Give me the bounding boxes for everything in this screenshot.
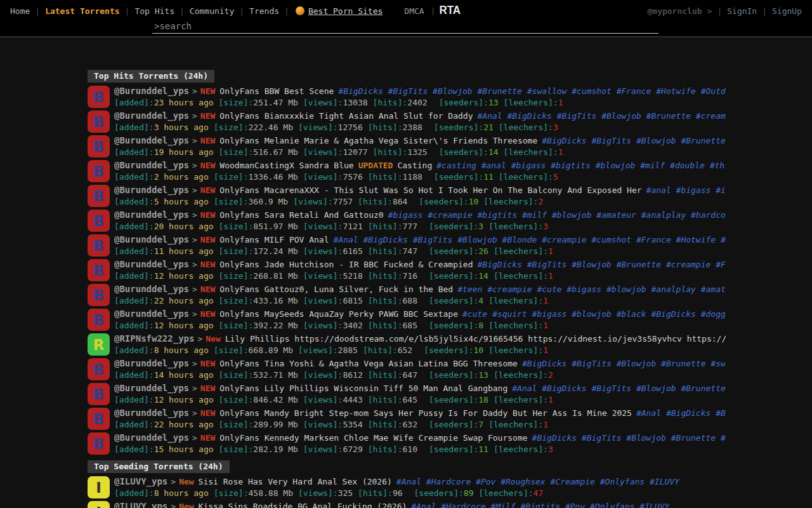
uploader-avatar[interactable]: B [88,185,110,207]
uploader-username[interactable]: @Burunddel_yps [114,259,189,269]
uploader-username[interactable]: @Burunddel_yps [114,432,189,443]
uploader-avatar[interactable]: B [88,408,110,430]
uploader-username[interactable]: @ILUVY_yps [114,501,167,508]
uploader-avatar[interactable]: I [88,476,110,498]
uploader-username[interactable]: @Burunddel_yps [114,210,189,220]
torrent-title[interactable]: Kissa Sins Roadside BG Anal Fucking (202… [199,502,407,508]
size-label: [size]: [219,444,254,454]
hits-value: 747 [403,246,417,256]
uploader-avatar[interactable]: B [88,259,110,281]
nav-item-latest-torrents[interactable]: Latest Torrents [40,6,124,16]
added-value: 12 hours ago [154,395,214,404]
uploader-avatar[interactable]: B [88,160,110,182]
torrent-tags[interactable]: #BigDicks #BigTits #Blowjob #Brunette #s… [542,136,726,145]
uploader-username[interactable]: @Burunddel_yps [114,135,189,145]
views-value: 7576 [343,172,362,182]
uploader-avatar[interactable]: B [88,284,110,306]
torrent-tags[interactable]: #Anal #BigDicks #BigTits #Blowjob #Blond… [334,235,726,244]
avatar-letter: B [93,138,105,155]
torrent-title[interactable]: OnlyFans BBW Best Scene [219,86,334,96]
uploader-username[interactable]: @Burunddel_yps [114,185,189,195]
uploader-avatar[interactable]: B [88,86,110,108]
nav-item-trends[interactable]: Trends [244,6,284,16]
uploader-avatar[interactable]: I [88,501,110,508]
torrent-title[interactable]: OnlyFans Kennedy Marksen Chloe Mae Wife … [219,433,527,443]
seeders-value: 89 [464,488,474,498]
uploader-username[interactable]: @Burunddel_yps [114,110,189,121]
size-label: [size]: [219,420,254,429]
nav-item-home[interactable]: Home [5,6,35,16]
torrent-title[interactable]: OnlyFans Melanie Marie & Agatha Vega Sis… [219,136,537,145]
torrent-title[interactable]: Onlyfans MILF POV Anal [219,235,329,244]
torrent-tags[interactable]: #anal #bigass #interrac… [646,185,726,195]
uploader-username[interactable]: @Burunddel_yps [114,86,189,96]
uploader-username[interactable]: @Burunddel_yps [114,234,189,244]
uploader-username[interactable]: @Burunddel_yps [114,358,189,368]
torrent-row: B @Burunddel_yps>NEWOnlyFans Gattouz0, L… [88,283,726,308]
torrent-title[interactable]: Sisi Rose Has Very Hard Anal Sex (2026) [199,477,392,486]
uploader-username[interactable]: @Burunddel_yps [114,383,189,393]
uploader-avatar[interactable]: B [88,358,110,380]
signin-link[interactable]: SignIn [722,6,762,16]
new-badge: NEW [200,433,215,443]
search-input[interactable] [152,20,658,34]
torrent-tags[interactable]: #Anal #Hardcore #Pov #Roughsex #Creampie… [396,477,679,486]
uploader-avatar[interactable]: B [88,432,110,455]
uploader-avatar[interactable]: R [88,333,110,356]
torrent-title[interactable]: OnlyFans Jade Hutchison - IR BBC Fucked … [219,260,473,269]
uploader-username[interactable]: @RIPNsfw222_yps [114,333,194,344]
uploader-avatar[interactable]: B [88,110,110,133]
hits-label: [hits]: [368,444,403,454]
added-value: 2 hours ago [154,172,209,182]
views-value: 4443 [343,395,362,404]
torrent-title[interactable]: OnlyFans Tina Yoshi & Agatha Vega Asian … [219,359,518,368]
uploader-username[interactable]: @Burunddel_yps [114,309,189,319]
torrent-tags[interactable]: #Anal #BigDicks #BigTits … [636,408,726,418]
torrent-title[interactable]: OnlyFans Mandy Bright Step-mom Says Her … [219,408,632,418]
torrent-tags[interactable]: #cute #squirt #bigass #blowjob #black #B… [462,309,726,319]
torrent-title[interactable]: OnlyFans Bianxxxkie Tight Asian Anal Slu… [219,111,473,121]
torrent-title[interactable]: OnlyFans Lily Phillips Wisconsin Tiff 50… [219,384,508,393]
new-badge: New [179,477,193,486]
torrent-tags[interactable]: #Anal #BigDicks #BigTits #Blowjob #Brune… [512,384,726,393]
torrent-title[interactable]: OnlyFans MacarenaXXX - This Slut Was So … [219,185,641,195]
uploader-avatar[interactable]: B [88,135,110,157]
seeders-label: [seeders]: [429,296,478,305]
nav-item-top-hits[interactable]: Top Hits [129,6,180,16]
torrent-tags[interactable]: #BigDicks #BigTits #Blowjob #Brunette #s… [338,86,726,96]
new-badge: NEW [200,86,215,96]
torrent-tags[interactable]: #Anal #Hardcore #Milf #Bigtits #Pov #Onl… [411,502,669,508]
uploader-username[interactable]: @Burunddel_yps [114,284,189,294]
torrent-tags[interactable]: #BigDicks #BigTits #Blowjob #Brunette #s… [522,359,726,368]
torrent-title-line: @Burunddel_yps>NEWOnlyFans Jade Hutchiso… [114,258,726,271]
added-value: 5 hours ago [154,197,209,206]
uploader-avatar[interactable]: B [88,210,110,232]
uploader-avatar[interactable]: B [88,309,110,331]
best-porn-sites-link[interactable]: Best Porn Sites [289,6,389,16]
leechers-label: [leechers]: [483,197,538,206]
torrent-title[interactable]: WoodmanCastingX Sandra Blue [219,161,353,170]
torrent-row: B @Burunddel_yps>NEWOnlyFans Mandy Brigh… [88,407,726,432]
account-handle[interactable]: @mypornclub [647,6,702,16]
dmca-link[interactable]: DMCA [389,6,430,16]
uploader-avatar[interactable]: B [88,234,110,257]
torrent-tags[interactable]: #bigass #creampie #bigtits #milf #blowjo… [388,210,726,220]
uploader-avatar[interactable]: B [88,383,110,405]
torrent-tags[interactable]: #casting #anal #bigass #bigtits #blowjob… [436,161,726,170]
torrent-title[interactable]: Onlyfans MaySeeds AquaZay Perky PAWG BBC… [219,309,458,319]
torrent-tags[interactable]: #BigDicks #BigTits #Blowjob #Brunette #s… [532,433,726,443]
signup-link[interactable]: SignUp [767,6,807,16]
uploader-username[interactable]: @Burunddel_yps [114,408,189,418]
uploader-username[interactable]: @Burunddel_yps [114,160,189,170]
torrent-title[interactable]: OnlyFans Gattouz0, Luna Silver, Fuck in … [219,284,453,294]
size-value: 516.67 Mb [253,147,298,157]
nav-item-community[interactable]: Community [185,6,239,16]
seeders-label: [seeders]: [439,147,488,157]
uploader-username[interactable]: @ILUVY_yps [114,476,167,486]
torrent-tags[interactable]: #BigDicks #BigTits #Blowjob #Brunette #c… [478,260,726,269]
torrent-tags[interactable]: #teen #creampie #cute #bigass #blowjob #… [457,284,726,294]
rta-logo[interactable]: RTA [435,4,464,18]
torrent-tags[interactable]: #Anal #BigDicks #BigTits #Blowjob #Brune… [478,111,726,121]
torrent-title[interactable]: Lily Phillips https://doodstream.com/e/l… [225,334,726,344]
torrent-title[interactable]: Onlyfans Sara Retali And Gattouz0 [219,210,383,220]
